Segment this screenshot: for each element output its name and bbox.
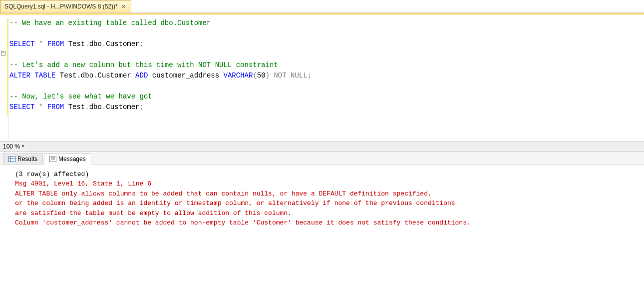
message-line: (3 row(s) affected) — [15, 170, 634, 180]
horizontal-scrollbar[interactable] — [30, 144, 641, 148]
code-margin: − — [0, 18, 8, 141]
code-line: SELECT * FROM Test.dbo.Customer; — [9, 40, 144, 48]
zoom-bar: 100 % ▼ — [0, 141, 644, 152]
code-line: -- We have an existing table called dbo.… — [9, 19, 211, 27]
tab-messages[interactable]: Messages — [44, 154, 91, 164]
message-error-line: Msg 4901, Level 16, State 1, Line 6 — [15, 179, 634, 189]
grid-icon — [8, 156, 15, 162]
code-line: -- Now, let's see what we have got — [9, 92, 152, 100]
close-icon[interactable]: ✕ — [121, 4, 127, 10]
sql-editor[interactable]: − -- We have an existing table called db… — [0, 15, 644, 141]
zoom-value: 100 % — [3, 143, 20, 150]
message-error-line: Column 'customer_address' cannot be adde… — [15, 218, 634, 228]
collapse-icon[interactable]: − — [1, 51, 5, 56]
messages-icon — [49, 156, 56, 162]
message-error-line: ALTER TABLE only allows columns to be ad… — [15, 189, 634, 199]
tab-results[interactable]: Results — [3, 154, 43, 164]
code-line: SELECT * FROM Test.dbo.Customer; — [9, 103, 144, 111]
code-area[interactable]: -- We have an existing table called dbo.… — [8, 18, 312, 141]
chevron-down-icon: ▼ — [21, 144, 25, 148]
file-tab[interactable]: SQLQuery1.sql - H...P\WINDOWS 8 (52))* ✕ — [0, 0, 131, 12]
message-error-line: or the column being added is an identity… — [15, 198, 634, 208]
file-tab-title: SQLQuery1.sql - H...P\WINDOWS 8 (52))* — [4, 3, 118, 10]
messages-pane[interactable]: (3 row(s) affected) Msg 4901, Level 16, … — [0, 164, 644, 300]
tab-results-label: Results — [17, 156, 37, 162]
tab-messages-label: Messages — [58, 156, 86, 162]
zoom-dropdown[interactable]: 100 % ▼ — [3, 143, 25, 150]
message-error-line: are satisfied the table must be empty to… — [15, 208, 634, 218]
code-line: -- Let's add a new column but this time … — [9, 61, 278, 69]
results-tabs: Results Messages — [0, 152, 644, 164]
code-line: ALTER TABLE Test.dbo.Customer ADD custom… — [9, 72, 312, 80]
tabs-bar: SQLQuery1.sql - H...P\WINDOWS 8 (52))* ✕ — [0, 0, 644, 13]
